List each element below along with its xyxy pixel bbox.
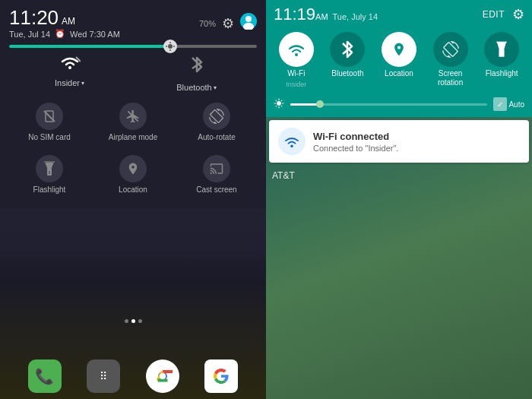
page-dot-active: [131, 319, 135, 323]
settings-icon[interactable]: ⚙: [222, 15, 234, 32]
brightness-thumb[interactable]: [163, 40, 177, 53]
location-toggle[interactable]: Location: [93, 150, 173, 198]
auto-rotate-label: Auto-rotate: [198, 133, 235, 141]
auto-rotate-toggle[interactable]: Auto-rotate: [176, 98, 257, 146]
svg-rect-20: [499, 49, 505, 57]
phone-app-icon[interactable]: 📞: [28, 359, 62, 393]
no-sim-toggle[interactable]: No SIM card: [9, 98, 90, 146]
account-icon[interactable]: [240, 13, 257, 34]
wifi-arrow: ▾: [81, 80, 84, 87]
brightness-slider-thumb: [316, 100, 324, 108]
chrome-icon[interactable]: [146, 359, 179, 393]
right-header: 11:19 AM Tue, July 14 EDIT ⚙: [266, 0, 532, 27]
auto-brightness-toggle[interactable]: ✓ Auto: [493, 97, 524, 111]
brightness-row[interactable]: [9, 45, 257, 48]
wifi-icon: [59, 54, 81, 75]
wifi-tile-sublabel: Insider: [286, 81, 306, 88]
auto-check-icon: ✓: [493, 97, 507, 111]
right-time-block: 11:19 AM Tue, July 14: [274, 5, 378, 24]
screen-rotation-tile-icon: [433, 32, 468, 67]
right-time-display: 11:19: [274, 5, 315, 24]
tile-location[interactable]: Location: [378, 32, 420, 88]
apps-grid-icon[interactable]: ⠿: [87, 359, 120, 393]
svg-point-18: [160, 373, 166, 379]
wifi-tile-icon: [279, 32, 314, 67]
tile-flashlight[interactable]: Flashlight: [481, 32, 522, 88]
edit-button[interactable]: EDIT: [483, 9, 505, 20]
tile-screen-rotation[interactable]: Screen rotation: [430, 32, 471, 88]
location-label: Location: [119, 185, 147, 194]
dock-icons: 📞 ⠿: [0, 359, 266, 393]
cast-screen-toggle[interactable]: Cast screen: [176, 150, 257, 198]
left-time-display: 11:20: [9, 8, 59, 27]
notif-title: Wi-Fi connected: [313, 131, 398, 142]
bluetooth-icon: [188, 54, 205, 80]
auto-label: Auto: [508, 100, 524, 109]
location-tile-icon: [382, 32, 416, 67]
airplane-toggle[interactable]: Airplane mode: [93, 98, 173, 146]
right-time-ampm: AM: [315, 12, 328, 21]
cast-screen-label: Cast screen: [196, 185, 236, 194]
brightness-icon-right: [274, 98, 284, 111]
left-date-text: Tue, Jul 14: [9, 30, 50, 39]
flashlight-label: Flashlight: [33, 185, 66, 194]
bluetooth-tile-icon: [330, 32, 365, 67]
flashlight-tile-label: Flashlight: [486, 69, 518, 78]
left-battery-text: 70%: [199, 19, 216, 28]
brightness-slider-right[interactable]: [290, 103, 487, 106]
bluetooth-toggle[interactable]: Bluetooth ▾: [136, 54, 257, 92]
svg-point-22: [290, 145, 293, 148]
left-alarm-icon: ⏰: [55, 29, 65, 39]
right-quick-tiles: Wi-Fi Insider Bluetooth Lo: [266, 27, 532, 94]
right-date-text: Tue, July 14: [333, 12, 378, 21]
page-dots: [0, 319, 266, 323]
right-header-actions: EDIT ⚙: [483, 6, 524, 23]
page-dot: [125, 319, 128, 323]
left-dock-area: 📞 ⠿: [0, 300, 266, 399]
left-notification-shade: 11:20 AM Tue, Jul 14 ⏰ Wed 7:30 AM 70% ⚙: [0, 0, 266, 209]
left-header: 11:20 AM Tue, Jul 14 ⏰ Wed 7:30 AM 70% ⚙: [9, 8, 257, 39]
left-time-block: 11:20 AM Tue, Jul 14 ⏰ Wed 7:30 AM: [9, 8, 120, 39]
cast-screen-icon: [203, 155, 230, 182]
wifi-notification-card[interactable]: Wi-Fi connected Connected to "Insider".: [269, 120, 529, 163]
left-time-ampm: AM: [62, 16, 75, 27]
wifi-notif-text: Wi-Fi connected Connected to "Insider".: [313, 131, 398, 153]
quick-toggles: Insider ▾ Bluetooth ▾: [9, 54, 257, 92]
settings-icon-right[interactable]: ⚙: [512, 6, 524, 23]
screen-rotation-tile-label: Screen rotation: [438, 69, 463, 87]
no-sim-icon: [36, 103, 63, 130]
svg-point-19: [295, 53, 298, 56]
page-dot: [138, 319, 142, 323]
more-toggles-row1: No SIM card Airplane mode Auto-rotate: [9, 98, 257, 146]
carrier-label: AT&T: [266, 166, 532, 185]
brightness-slider[interactable]: [9, 45, 257, 48]
bluetooth-label: Bluetooth ▾: [176, 83, 216, 92]
google-icon[interactable]: [204, 359, 238, 393]
flashlight-toggle[interactable]: Flashlight: [9, 150, 90, 198]
right-panel: 11:19 AM Tue, July 14 EDIT ⚙ W: [266, 0, 532, 399]
svg-point-8: [68, 66, 71, 69]
svg-point-1: [245, 16, 252, 22]
left-panel: 11:20 AM Tue, Jul 14 ⏰ Wed 7:30 AM 70% ⚙: [0, 0, 266, 399]
tile-wifi[interactable]: Wi-Fi Insider: [276, 32, 317, 88]
svg-point-3: [168, 44, 173, 49]
wifi-label: Insider ▾: [55, 78, 84, 87]
more-toggles-row2: Flashlight Location Cast screen: [9, 150, 257, 198]
right-notification-shade: 11:19 AM Tue, July 14 EDIT ⚙ W: [266, 0, 532, 185]
auto-rotate-icon: [203, 103, 230, 130]
wifi-toggle[interactable]: Insider ▾: [9, 54, 130, 92]
right-brightness-row[interactable]: ✓ Auto: [266, 94, 532, 117]
airplane-label: Airplane mode: [109, 133, 157, 141]
notif-subtitle: Connected to "Insider".: [313, 144, 398, 153]
left-status-icons: 70% ⚙: [199, 13, 257, 34]
left-date-row: Tue, Jul 14 ⏰ Wed 7:30 AM: [9, 29, 120, 39]
tile-bluetooth[interactable]: Bluetooth: [327, 32, 368, 88]
airplane-icon: [119, 103, 147, 130]
no-sim-label: No SIM card: [28, 133, 71, 141]
location-icon: [119, 155, 147, 182]
left-alarm-time: Wed 7:30 AM: [70, 30, 120, 39]
flashlight-tile-icon: [484, 32, 519, 67]
flashlight-icon: [36, 155, 63, 182]
wifi-tile-label: Wi-Fi: [287, 69, 305, 78]
bluetooth-tile-label: Bluetooth: [331, 69, 363, 78]
